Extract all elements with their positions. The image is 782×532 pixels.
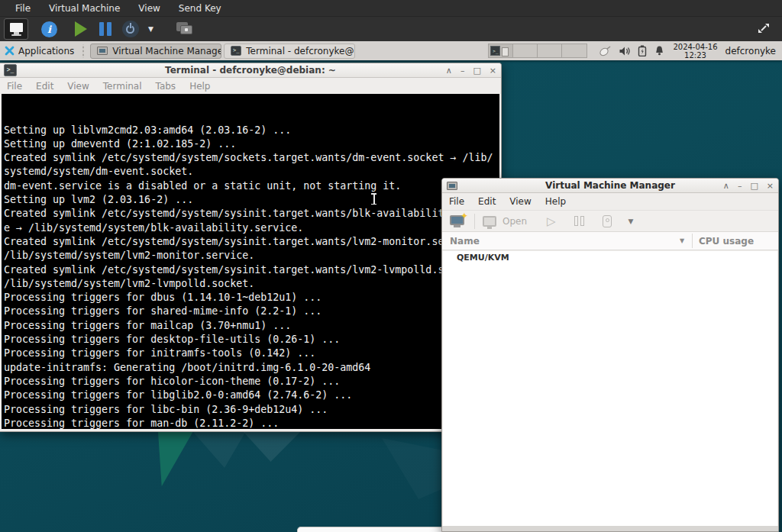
terminal-window: >_ Terminal - defcronyke@debian: ~ ∧ – □…: [0, 63, 502, 432]
host-toolbar: i ▼: [0, 17, 782, 41]
terminal-menu-item[interactable]: File: [0, 81, 29, 92]
host-menu-item[interactable]: Virtual Machine: [40, 3, 129, 14]
vmm-icon: [97, 47, 108, 55]
terminal-menu-item[interactable]: View: [60, 81, 95, 92]
terminal-line: Processing triggers for shared-mime-info…: [4, 305, 499, 318]
terminal-line: Setting up dmeventd (2:1.02.185-2) ...: [4, 137, 499, 151]
clock-time: 12:23: [673, 51, 717, 60]
host-menubar: FileVirtual MachineViewSend Key: [0, 0, 782, 17]
screen: FileVirtual MachineViewSend Key i ▼: [0, 0, 782, 532]
terminal-line: Processing triggers for mailcap (3.70+nm…: [4, 319, 499, 333]
terminal-line: /lib/systemd/system/lvm2-monitor.service…: [4, 249, 499, 263]
terminal-output[interactable]: Setting up liblvm2cmd2.03:amd64 (2.03.16…: [2, 94, 499, 429]
vmm-list-header: Name ▼ CPU usage: [442, 232, 778, 250]
column-header-name[interactable]: Name: [450, 236, 480, 247]
run-vm-icon[interactable]: [75, 21, 87, 37]
sort-arrow-icon[interactable]: ▼: [680, 237, 684, 244]
terminal-line: Created symlink /etc/systemd/system/sock…: [4, 151, 499, 165]
notification-bell-icon[interactable]: [654, 45, 665, 56]
maximize-button[interactable]: □: [750, 179, 758, 193]
workspace-pager[interactable]: >_: [488, 44, 587, 58]
graphical-console-button[interactable]: [4, 18, 28, 40]
terminal-line: Processing triggers for libc-bin (2.36-9…: [4, 403, 499, 417]
vmm-menubar: FileEditViewHelp: [442, 193, 778, 211]
terminal-line: Processing triggers for hicolor-icon-the…: [4, 375, 499, 389]
terminal-titlebar[interactable]: >_ Terminal - defcronyke@debian: ~ ∧ – □…: [0, 63, 501, 78]
terminal-menu-item[interactable]: Help: [183, 81, 217, 92]
terminal-line: Created symlink /etc/systemd/system/sysi…: [4, 235, 499, 249]
virtual-displays-icon[interactable]: [176, 22, 193, 36]
taskbar-button-vmm[interactable]: Virtual Machine Manager: [90, 44, 221, 59]
vmm-menu-item[interactable]: View: [502, 196, 538, 207]
column-header-cpu[interactable]: CPU usage: [699, 236, 754, 247]
workspace-1[interactable]: >_: [489, 44, 513, 57]
workspace-3[interactable]: [538, 44, 562, 57]
vmm-connection-list: QEMU/KVM: [443, 251, 777, 526]
mouse-cursor-ibeam: [370, 193, 377, 205]
open-button-label[interactable]: Open: [502, 216, 527, 227]
wallpaper-triangle: [157, 431, 193, 486]
vmm-toolbar: ✦ Open ▷ ▼: [442, 211, 778, 232]
terminal-menu-item[interactable]: Terminal: [96, 81, 149, 92]
host-menu-item[interactable]: File: [6, 3, 40, 14]
panel-grip: [81, 44, 86, 58]
xfce-panel: Applications Virtual Machine Manager >_ …: [0, 41, 782, 60]
shutdown-vm-icon[interactable]: [122, 21, 139, 37]
username-label: defcronyke: [725, 46, 776, 56]
shutdown-vm-icon-disabled: [603, 215, 612, 227]
open-vm-icon[interactable]: [483, 216, 496, 227]
minimize-button[interactable]: –: [460, 63, 465, 78]
maximize-button[interactable]: □: [473, 63, 480, 78]
workspace-4[interactable]: [562, 44, 586, 57]
terminal-menu-item[interactable]: Tabs: [149, 81, 183, 92]
terminal-menu-item[interactable]: Edit: [29, 81, 60, 92]
minimize-button[interactable]: –: [738, 179, 742, 193]
battery-icon[interactable]: [638, 45, 647, 56]
pager-window-thumb: [502, 47, 509, 56]
system-tray: [598, 45, 665, 57]
applications-label: Applications: [18, 46, 74, 56]
terminal-line: dm-event.service is a disabled or a stat…: [4, 179, 499, 193]
vmm-window: Virtual Machine Manager ∧ – □ × FileEdit…: [441, 178, 779, 532]
vmm-menu-item[interactable]: Edit: [471, 196, 502, 207]
connection-row-qemu-kvm[interactable]: QEMU/KVM: [443, 251, 777, 265]
taskbar-button-terminal[interactable]: >_ Terminal - defcronyke@...: [224, 44, 355, 59]
shutdown-menu-caret-icon[interactable]: ▼: [148, 25, 153, 33]
volume-icon[interactable]: [619, 46, 631, 56]
guest-desktop: Applications Virtual Machine Manager >_ …: [0, 41, 782, 532]
clock-date: 2024-04-16: [673, 43, 717, 51]
fullscreen-icon[interactable]: [756, 21, 771, 36]
workspace-2[interactable]: [513, 44, 538, 57]
wallpaper-triangle: [243, 431, 301, 462]
terminal-line: Processing triggers for libglib2.0-0:amd…: [4, 389, 499, 402]
new-vm-button[interactable]: ✦: [450, 214, 467, 228]
taskbar-button-label: Terminal - defcronyke@...: [246, 46, 355, 56]
taskbar-button-label: Virtual Machine Manager: [112, 46, 221, 56]
clock[interactable]: 2024-04-16 12:23: [673, 43, 717, 60]
applications-x-icon: [5, 46, 15, 56]
vmm-menu-item[interactable]: Help: [538, 196, 573, 207]
terminal-icon: >_: [231, 46, 241, 56]
applications-menu-button[interactable]: Applications: [0, 41, 79, 60]
close-button[interactable]: ×: [490, 63, 496, 78]
tray-mouse-icon[interactable]: [598, 45, 612, 57]
terminal-line: Setting up liblvm2cmd2.03:amd64 (2.03.16…: [4, 124, 499, 137]
terminal-line: update-initramfs: Generating /boot/initr…: [4, 361, 499, 375]
vm-details-info-icon[interactable]: i: [41, 21, 57, 37]
shade-button[interactable]: ∧: [723, 179, 729, 193]
pause-vm-icon-disabled: [574, 216, 584, 226]
terminal-line: Processing triggers for dbus (1.14.10-1~…: [4, 291, 499, 305]
terminal-line: Processing triggers for man-db (2.11.2-2…: [4, 417, 499, 429]
terminal-menubar: FileEditViewTerminalTabsHelp: [0, 78, 501, 94]
vmm-menu-item[interactable]: File: [442, 196, 471, 207]
wallpaper-triangle: [192, 431, 246, 468]
close-button[interactable]: ×: [767, 179, 774, 193]
run-vm-icon-disabled: ▷: [547, 214, 556, 228]
host-menu-item[interactable]: Send Key: [170, 3, 231, 14]
shade-button[interactable]: ∧: [446, 63, 452, 78]
terminal-line: Created symlink /etc/systemd/system/sysi…: [4, 207, 499, 221]
host-menu-item[interactable]: View: [129, 3, 169, 14]
shutdown-menu-caret-icon[interactable]: ▼: [629, 218, 634, 225]
pause-vm-icon[interactable]: [99, 22, 111, 36]
vmm-titlebar[interactable]: Virtual Machine Manager ∧ – □ ×: [442, 179, 778, 193]
